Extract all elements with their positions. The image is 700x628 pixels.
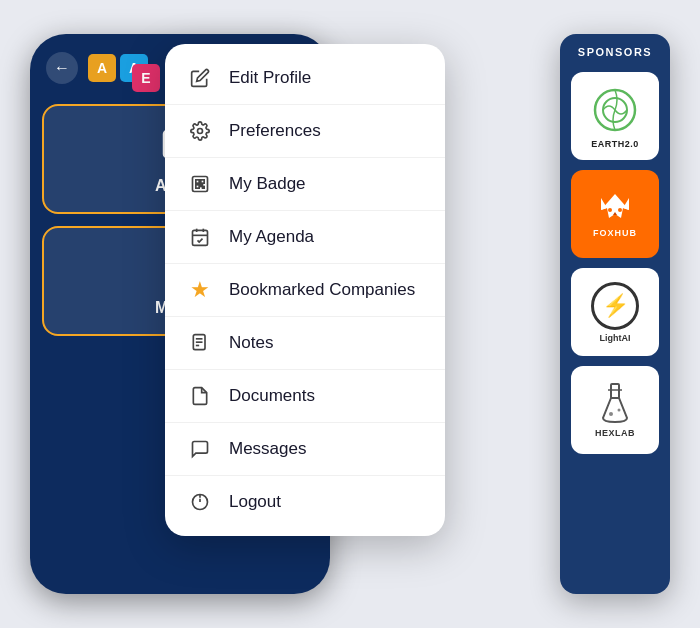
documents-icon	[187, 383, 213, 409]
back-button[interactable]: ←	[46, 52, 78, 84]
svg-rect-36	[611, 384, 619, 398]
sponsors-panel: SPONSORS EARTH2.0	[560, 34, 670, 594]
menu-item-my-agenda[interactable]: My Agenda	[165, 211, 445, 264]
sponsor-lightai[interactable]: ⚡ LightAI	[571, 268, 659, 356]
preferences-label: Preferences	[229, 121, 321, 141]
my-agenda-icon	[187, 224, 213, 250]
logo-e: E	[132, 64, 160, 92]
menu-item-edit-profile[interactable]: Edit Profile	[165, 52, 445, 105]
menu-item-logout[interactable]: Logout	[165, 476, 445, 528]
lightai-circle: ⚡	[591, 282, 639, 330]
menu-item-preferences[interactable]: Preferences	[165, 105, 445, 158]
svg-rect-16	[203, 187, 205, 189]
notes-icon	[187, 330, 213, 356]
sponsor-hexlab[interactable]: HEXLAB	[571, 366, 659, 454]
my-badge-label: My Badge	[229, 174, 306, 194]
svg-rect-12	[196, 180, 199, 183]
my-agenda-label: My Agenda	[229, 227, 314, 247]
documents-label: Documents	[229, 386, 315, 406]
sponsor-earth2[interactable]: EARTH2.0	[571, 72, 659, 160]
bolt-icon: ⚡	[602, 293, 629, 319]
svg-point-10	[198, 129, 203, 134]
app-wrapper: ← A A E 22 C	[10, 14, 690, 614]
foxhub-content: FOXHUB	[593, 190, 637, 238]
menu-item-my-badge[interactable]: My Badge	[165, 158, 445, 211]
notes-label: Notes	[229, 333, 273, 353]
svg-rect-14	[196, 185, 199, 188]
menu-item-documents[interactable]: Documents	[165, 370, 445, 423]
menu-item-messages[interactable]: Messages	[165, 423, 445, 476]
svg-point-33	[608, 208, 612, 212]
menu-item-bookmarked-companies[interactable]: ★ Bookmarked Companies	[165, 264, 445, 317]
lightai-name: LightAI	[600, 333, 631, 343]
my-badge-icon	[187, 171, 213, 197]
edit-profile-icon	[187, 65, 213, 91]
dropdown-menu: Edit Profile Preferences	[165, 44, 445, 536]
hexlab-content: HEXLAB	[595, 382, 635, 438]
star-icon: ★	[187, 277, 213, 303]
earth-name: EARTH2.0	[591, 139, 639, 149]
preferences-icon	[187, 118, 213, 144]
earth-logo: EARTH2.0	[589, 84, 641, 149]
bookmarked-companies-label: Bookmarked Companies	[229, 280, 415, 300]
svg-marker-31	[601, 198, 607, 210]
hexlab-name: HEXLAB	[595, 428, 635, 438]
svg-rect-13	[201, 180, 204, 183]
svg-rect-17	[193, 230, 208, 245]
sponsor-foxhub[interactable]: FOXHUB	[571, 170, 659, 258]
logout-icon	[187, 489, 213, 515]
svg-point-38	[609, 412, 613, 416]
messages-icon	[187, 436, 213, 462]
svg-marker-32	[623, 198, 629, 210]
logo-a1: A	[88, 54, 116, 82]
svg-point-39	[617, 409, 620, 412]
edit-profile-label: Edit Profile	[229, 68, 311, 88]
messages-label: Messages	[229, 439, 306, 459]
logout-label: Logout	[229, 492, 281, 512]
lightai-content: ⚡ LightAI	[591, 282, 639, 343]
svg-point-34	[618, 208, 622, 212]
menu-item-notes[interactable]: Notes	[165, 317, 445, 370]
foxhub-name: FOXHUB	[593, 228, 637, 238]
sponsors-title: SPONSORS	[578, 46, 652, 58]
